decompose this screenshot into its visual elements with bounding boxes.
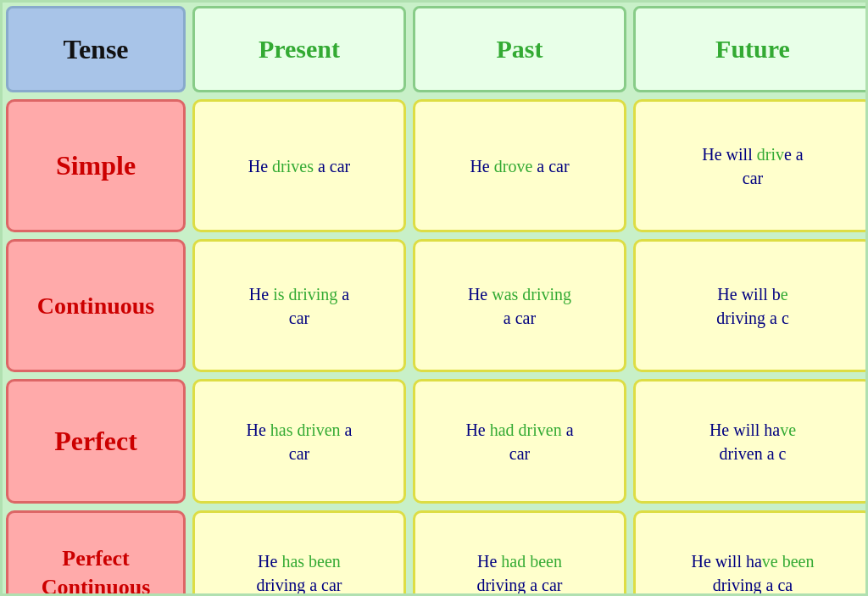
present-continuous-text: He is driving acar (249, 282, 349, 330)
tense-perfect: Perfect (6, 379, 186, 504)
perfect-label: Perfect (54, 422, 137, 460)
past-perfect-text: He had driven acar (465, 418, 573, 465)
past-simple-text: He drove a car (470, 154, 569, 178)
header-tense: Tense (6, 6, 186, 92)
present-perfect-text: He has driven acar (247, 418, 353, 465)
future-continuous: He will bedriving a c (633, 239, 868, 372)
future-simple: He will drive acar (633, 99, 868, 232)
past-continuous-text: He was drivinga car (468, 282, 571, 330)
future-perfect: He will havedriven a c (633, 379, 868, 504)
future-perfect-continuous-text: He will have beendriving a ca (692, 549, 815, 597)
past-continuous: He was drivinga car (413, 239, 626, 372)
perfect-continuous-label: PerfectContinuous (42, 544, 151, 596)
header-past: Past (413, 6, 626, 92)
past-perfect: He had driven acar (413, 379, 626, 504)
past-perfect-continuous: He had beendriving a car (413, 510, 626, 596)
present-simple-text: He drives a car (248, 154, 351, 178)
simple-label: Simple (56, 147, 136, 185)
past-header-label: Past (497, 31, 543, 67)
present-perfect-continuous: He has beendriving a car (192, 510, 406, 596)
future-perfect-text: He will havedriven a c (709, 418, 796, 465)
past-simple: He drove a car (413, 99, 626, 232)
present-perfect: He has driven acar (192, 379, 406, 504)
future-simple-text: He will drive acar (702, 142, 803, 190)
tense-simple: Simple (6, 99, 186, 232)
tense-header-label: Tense (63, 31, 128, 69)
future-perfect-continuous: He will have beendriving a ca (633, 510, 868, 596)
header-future: Future (633, 6, 868, 92)
future-header-label: Future (715, 31, 790, 67)
tense-continuous: Continuous (6, 239, 186, 372)
present-continuous: He is driving acar (192, 239, 406, 372)
present-perfect-continuous-text: He has beendriving a car (256, 549, 342, 597)
present-header-label: Present (259, 31, 340, 67)
continuous-label: Continuous (37, 289, 155, 322)
header-present: Present (192, 6, 406, 92)
past-perfect-continuous-text: He had beendriving a car (476, 549, 562, 597)
future-continuous-text: He will bedriving a c (716, 282, 789, 330)
present-simple: He drives a car (192, 99, 406, 232)
tense-perfect-continuous: PerfectContinuous (6, 510, 186, 596)
tense-table: Tense Present Past Future Simple He driv… (0, 0, 868, 596)
